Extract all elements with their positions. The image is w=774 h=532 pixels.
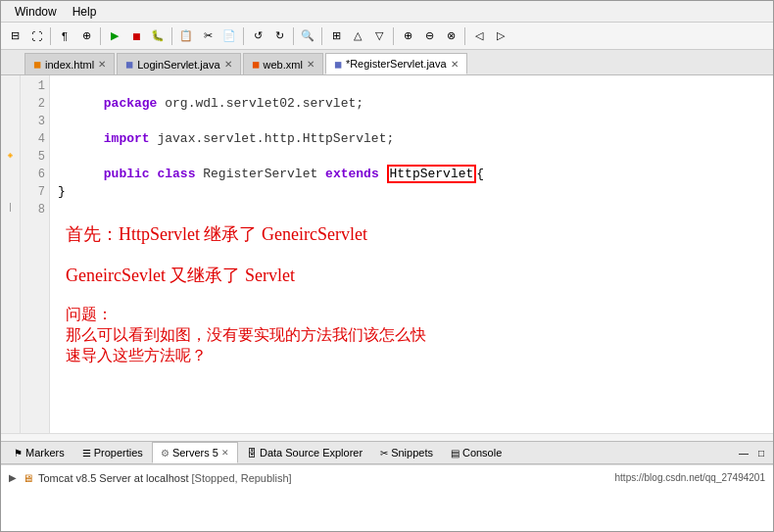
toolbar-btn-10[interactable]: ▽ bbox=[369, 26, 389, 46]
server-icon: 🖥 bbox=[21, 471, 34, 485]
bottom-tab-label-servers: Servers 5 bbox=[172, 447, 218, 459]
code-line-7: } bbox=[58, 183, 765, 201]
line-num-5: 5 bbox=[21, 148, 45, 166]
toolbar-btn-5[interactable]: 📋 bbox=[176, 26, 196, 46]
toolbar-sep-6 bbox=[321, 27, 322, 45]
editor-code-area[interactable]: package org.wdl.servlet02.servlet; impor… bbox=[50, 75, 773, 433]
bottom-tab-servers[interactable]: ⚙ Servers 5 ✕ bbox=[152, 442, 238, 463]
gutter-icon-6 bbox=[1, 164, 20, 181]
bottom-tab-properties[interactable]: ☰ Properties bbox=[73, 442, 152, 463]
toolbar-btn-6[interactable]: ✂ bbox=[198, 26, 218, 46]
toolbar-btn-next[interactable]: ▷ bbox=[491, 26, 510, 46]
server-status: [Stopped, Republish] bbox=[188, 472, 291, 484]
line-num-3: 3 bbox=[21, 113, 45, 130]
bottom-tab-datasource[interactable]: 🗄 Data Source Explorer bbox=[238, 442, 371, 463]
tab-close-web-xml[interactable]: ✕ bbox=[307, 59, 314, 70]
toolbar-btn-search[interactable]: 🔍 bbox=[298, 26, 317, 46]
toolbar-btn-12[interactable]: ⊖ bbox=[419, 26, 439, 46]
tab-icon-xml: ◼ bbox=[252, 59, 260, 70]
toolbar-btn-prev[interactable]: ◁ bbox=[469, 26, 489, 46]
bottom-tab-label-properties: Properties bbox=[94, 447, 143, 459]
comment-line-3: GeneircSevlet 又继承了 Servlet bbox=[66, 264, 765, 287]
menu-bar: Window Help bbox=[1, 1, 773, 23]
bottom-tabs-bar: ⚑ Markers ☰ Properties ⚙ Servers 5 ✕ 🗄 D… bbox=[1, 441, 773, 464]
line-num-7: 7 bbox=[21, 183, 45, 201]
bottom-tab-label-console: Console bbox=[462, 447, 502, 459]
toolbar-sep-8 bbox=[464, 27, 465, 45]
toolbar-btn-11[interactable]: ⊕ bbox=[398, 26, 417, 46]
tab-close-register-servlet[interactable]: ✕ bbox=[451, 59, 459, 70]
toolbar-btn-stop[interactable]: ⏹ bbox=[126, 26, 146, 46]
bottom-tab-console[interactable]: ▤ Console bbox=[442, 442, 510, 463]
server-name: Tomcat v8.5 Server at localhost bbox=[38, 472, 188, 484]
tab-icon-login-java: ◼ bbox=[125, 59, 133, 70]
tab-label-web-xml: web.xml bbox=[264, 59, 303, 71]
toolbar-btn-13[interactable]: ⊗ bbox=[441, 26, 460, 46]
editor-line-numbers: 1 2 3 4 5 6 7 8 bbox=[21, 75, 50, 433]
comment-line-1: 首先：HttpServlet 继承了 GeneircServlet bbox=[66, 222, 765, 246]
toolbar-sep-7 bbox=[393, 27, 394, 45]
toolbar-btn-undo[interactable]: ↺ bbox=[248, 26, 267, 46]
tab-label-index-html: index.html bbox=[45, 59, 94, 71]
bottom-tab-markers[interactable]: ⚑ Markers bbox=[5, 442, 73, 463]
snippets-icon: ✂ bbox=[380, 448, 388, 459]
bottom-panel-maximize[interactable]: □ bbox=[753, 445, 769, 460]
gutter-icon-4 bbox=[1, 128, 20, 146]
toolbar-btn-debug[interactable]: 🐛 bbox=[148, 26, 168, 46]
toolbar-btn-9[interactable]: △ bbox=[348, 26, 367, 46]
bottom-tab-close-servers[interactable]: ✕ bbox=[221, 448, 229, 458]
tab-label-register-servlet: *RegisterServlet.java bbox=[346, 58, 447, 70]
comment-line-4 bbox=[66, 287, 765, 305]
gutter-icon-2 bbox=[1, 93, 20, 111]
toolbar-sep-2 bbox=[100, 27, 101, 45]
tab-label-login-servlet: LoginServlet.java bbox=[137, 59, 219, 71]
toolbar-btn-run[interactable]: ▶ bbox=[105, 26, 124, 46]
bottom-panel-minimize[interactable]: — bbox=[736, 445, 751, 460]
comment-line-5: 问题： bbox=[66, 305, 765, 325]
tab-web-xml[interactable]: ◼ web.xml ✕ bbox=[243, 53, 323, 74]
bottom-tab-snippets[interactable]: ✂ Snippets bbox=[371, 442, 442, 463]
menu-help[interactable]: Help bbox=[65, 5, 105, 19]
code-line-3: import javax.servlet.http.HttpServlet; bbox=[58, 113, 765, 130]
toolbar-btn-8[interactable]: ⊞ bbox=[326, 26, 346, 46]
code-line-1: package org.wdl.servlet02.servlet; bbox=[58, 77, 765, 95]
line-num-6: 6 bbox=[21, 166, 45, 183]
tab-close-index-html[interactable]: ✕ bbox=[98, 59, 106, 70]
gutter-icon-5: ◈ bbox=[1, 146, 20, 164]
gutter-icon-1 bbox=[1, 75, 20, 93]
bottom-tab-label-markers: Markers bbox=[25, 447, 65, 459]
comment-line-6: 那么可以看到如图，没有要实现的方法我们该怎么快 bbox=[66, 325, 765, 346]
bottom-server-panel: ▶ 🖥 Tomcat v8.5 Server at localhost [Sto… bbox=[1, 464, 773, 490]
menu-window[interactable]: Window bbox=[7, 5, 65, 19]
toolbar-sep-1 bbox=[50, 27, 51, 45]
toolbar-sep-4 bbox=[243, 27, 244, 45]
tab-close-login-servlet[interactable]: ✕ bbox=[224, 59, 232, 70]
toolbar-btn-4[interactable]: ⊕ bbox=[76, 26, 96, 46]
toolbar-sep-5 bbox=[293, 27, 294, 45]
editor-area: ◈ | 1 2 3 4 5 6 7 8 package org.wdl.serv… bbox=[1, 75, 773, 433]
bottom-tab-label-datasource: Data Source Explorer bbox=[260, 447, 363, 459]
toolbar-sep-3 bbox=[171, 27, 172, 45]
bottom-panel-actions: — □ bbox=[736, 445, 773, 460]
tab-icon-html: ◼ bbox=[33, 59, 41, 70]
toolbar-btn-redo[interactable]: ↻ bbox=[269, 26, 289, 46]
line-num-8: 8 bbox=[21, 201, 45, 218]
toolbar-btn-1[interactable]: ⊟ bbox=[5, 26, 24, 46]
toolbar-btn-2[interactable]: ⛶ bbox=[26, 26, 46, 46]
toolbar: ⊟ ⛶ ¶ ⊕ ▶ ⏹ 🐛 📋 ✂ 📄 ↺ ↻ 🔍 ⊞ △ ▽ ⊕ ⊖ ⊗ ◁ … bbox=[1, 23, 773, 50]
console-icon: ▤ bbox=[451, 448, 460, 459]
tab-login-servlet[interactable]: ◼ LoginServlet.java ✕ bbox=[117, 53, 240, 74]
bottom-tab-label-snippets: Snippets bbox=[391, 447, 433, 459]
toolbar-btn-7[interactable]: 📄 bbox=[219, 26, 239, 46]
tab-index-html[interactable]: ◼ index.html ✕ bbox=[24, 53, 115, 74]
server-expand-arrow[interactable]: ▶ bbox=[9, 472, 17, 483]
gutter-icon-8: | bbox=[1, 199, 20, 217]
comment-line-2 bbox=[66, 246, 765, 264]
code-line-5: public class RegisterServlet extends Htt… bbox=[58, 148, 765, 166]
gutter-icon-7 bbox=[1, 181, 20, 199]
bottom-url: https://blog.csdn.net/qq_27494201 bbox=[615, 472, 765, 483]
tab-register-servlet[interactable]: ◼ *RegisterServlet.java ✕ bbox=[325, 53, 467, 74]
toolbar-btn-3[interactable]: ¶ bbox=[55, 26, 74, 46]
line-num-2: 2 bbox=[21, 95, 45, 113]
markers-icon: ⚑ bbox=[14, 448, 23, 459]
